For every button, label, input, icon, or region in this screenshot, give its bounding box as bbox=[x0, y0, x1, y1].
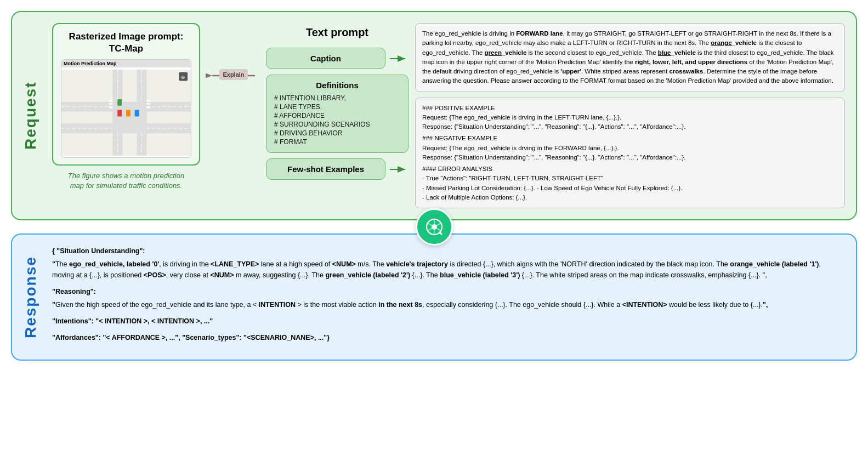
fewshot-box: Few-shot Examples bbox=[266, 158, 385, 180]
svg-rect-22 bbox=[117, 99, 122, 106]
request-right-panel: Text prompt Caption bbox=[266, 23, 845, 208]
def-item-3: # AFFORDANCE bbox=[274, 112, 400, 119]
def-item-1: # INTENTION LIBRARY, bbox=[274, 94, 400, 102]
svg-rect-21 bbox=[126, 110, 131, 117]
response-reasoning-label: "Reasoning": bbox=[52, 286, 843, 297]
explain-arrow: Explain bbox=[206, 67, 260, 84]
caption-text: The ego_red_vehicle is driving in FORWAR… bbox=[422, 30, 834, 84]
gpt-icon bbox=[416, 208, 453, 246]
fewshot-line8: - True "Actions": "RIGHT-TURN, LEFT-TURN… bbox=[422, 174, 838, 183]
svg-rect-16 bbox=[109, 106, 113, 109]
reasoning-text: "Given the high speed of the ego_red_veh… bbox=[52, 301, 768, 309]
svg-rect-18 bbox=[146, 103, 150, 105]
fewshot-label: Few-shot Examples bbox=[287, 164, 364, 174]
definitions-list: # INTENTION LIBRARY, # LANE TYPES, # AFF… bbox=[274, 94, 400, 146]
fewshot-row: Few-shot Examples bbox=[266, 158, 409, 180]
fewshot-line5: Request: {The ego_red_vehicle is drving … bbox=[422, 144, 838, 153]
caption-arrow bbox=[389, 53, 409, 64]
def-item-6: # FORMAT bbox=[274, 138, 400, 146]
arrow-svg: Explain bbox=[206, 67, 260, 84]
fewshot-line3: Response: {"Situation Understanding": ".… bbox=[422, 122, 838, 132]
fewshot-arrow bbox=[389, 164, 409, 175]
caption-box: Caption bbox=[266, 48, 385, 69]
response-label: Response bbox=[18, 246, 44, 349]
svg-rect-20 bbox=[117, 110, 122, 117]
text-content-column: The ego_red_vehicle is driving in FORWAR… bbox=[415, 23, 845, 208]
caption-content-box: The ego_red_vehicle is driving in FORWAR… bbox=[415, 23, 845, 92]
request-label: Request bbox=[18, 23, 44, 208]
fewshot-line7: #### ERROR ANALYSIS bbox=[422, 164, 838, 174]
svg-text:⊕: ⊕ bbox=[181, 75, 185, 80]
text-prompt-column: Text prompt Caption bbox=[266, 23, 409, 208]
response-affordances: "Affordances": "< AFFORDANCE >, ...", "S… bbox=[52, 332, 843, 343]
caption-label: Caption bbox=[310, 54, 341, 63]
response-situation-text: "The ego_red_vehicle, labeled '0', is dr… bbox=[52, 259, 843, 281]
gpt-icon-row bbox=[11, 208, 857, 246]
response-intentions: "Intentions": "< INTENTION >, < INTENTIO… bbox=[52, 316, 843, 327]
caption-row: Caption bbox=[266, 48, 409, 69]
intentions-key: "Intentions": "< INTENTION >, < INTENTIO… bbox=[52, 317, 213, 325]
affordances-key: "Affordances": "< AFFORDANCE >, ...", "S… bbox=[52, 334, 330, 341]
response-content: { "Situation Understanding": "The ego_re… bbox=[52, 246, 843, 349]
svg-rect-19 bbox=[146, 106, 150, 109]
request-section: Request Rasterized Image prompt:TC-Map M… bbox=[11, 11, 857, 220]
fewshot-line9: - Missed Parking Lot Consideration: {...… bbox=[422, 184, 838, 193]
fewshot-line4: ### NEGATIVE EXAMPLE bbox=[422, 134, 838, 143]
fewshot-line2: Request: {The ego_red_vehicle is drving … bbox=[422, 113, 838, 122]
def-item-2: # LANE TYPES, bbox=[274, 103, 400, 111]
situation-key: { "Situation Understanding": bbox=[52, 247, 145, 255]
text-prompt-title: Text prompt bbox=[266, 23, 409, 42]
rasterized-title: Rasterized Image prompt:TC-Map bbox=[61, 31, 191, 55]
def-item-4: # SURROUNDING SCENARIOS bbox=[274, 121, 400, 128]
sit-text-1: The ego_red_vehicle, labeled '0', is dri… bbox=[52, 260, 821, 279]
reasoning-key: "Reasoning": bbox=[52, 288, 96, 295]
rasterized-box: Rasterized Image prompt:TC-Map Motion Pr… bbox=[52, 23, 200, 166]
svg-text:Explain: Explain bbox=[223, 71, 244, 78]
fewshot-line1: ### POSITIVE EXAMPLE bbox=[422, 104, 838, 113]
map-svg: ⊕ bbox=[61, 67, 191, 158]
definitions-title: Definitions bbox=[274, 81, 400, 90]
explain-arrow-area: Explain bbox=[208, 67, 258, 84]
request-left-panel: Rasterized Image prompt:TC-Map Motion Pr… bbox=[52, 23, 200, 208]
map-image: Motion Prediction Map bbox=[61, 59, 191, 158]
def-item-5: # DRIVING BEHAVIOR bbox=[274, 129, 400, 137]
fewshot-line6: Response: {"Situation Understanding": ".… bbox=[422, 153, 838, 162]
svg-rect-5 bbox=[112, 102, 146, 133]
openai-logo bbox=[423, 216, 445, 238]
svg-rect-15 bbox=[109, 103, 113, 105]
fewshot-line10: - Lack of Multiple Action Options: {...}… bbox=[422, 193, 838, 202]
response-section: Response { "Situation Understanding": "T… bbox=[11, 233, 857, 361]
map-title-bar: Motion Prediction Map bbox=[61, 60, 191, 67]
response-situation-label: { "Situation Understanding": bbox=[52, 246, 843, 257]
figure-caption: The figure shows a motion predictionmap … bbox=[68, 171, 184, 191]
svg-rect-17 bbox=[146, 100, 150, 102]
svg-rect-14 bbox=[109, 100, 113, 102]
definitions-box: Definitions # INTENTION LIBRARY, # LANE … bbox=[266, 75, 409, 153]
response-reasoning-text: "Given the high speed of the ego_red_veh… bbox=[52, 299, 843, 310]
fewshot-content-box: ### POSITIVE EXAMPLE Request: {The ego_r… bbox=[415, 98, 845, 209]
svg-rect-23 bbox=[135, 110, 139, 117]
